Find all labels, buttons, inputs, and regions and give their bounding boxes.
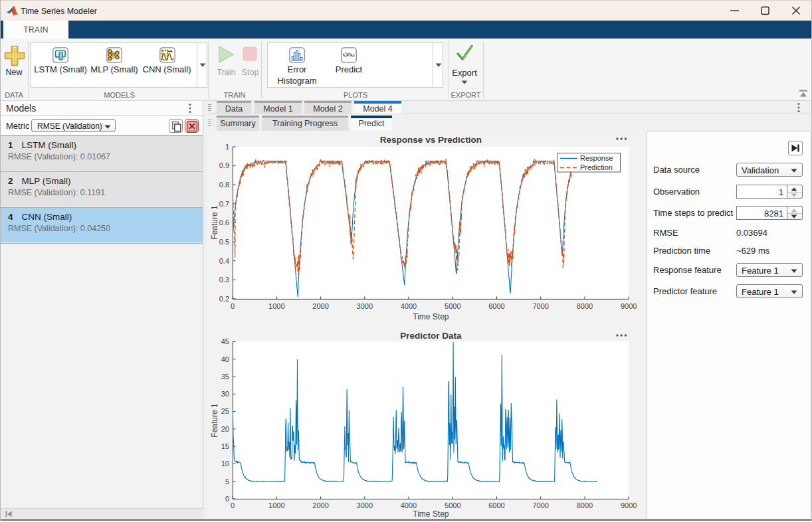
svg-text:4000: 4000 xyxy=(401,302,417,310)
svg-text:2000: 2000 xyxy=(312,501,328,509)
svg-text:3000: 3000 xyxy=(357,302,373,310)
svg-text:8000: 8000 xyxy=(577,501,593,509)
svg-text:0.9: 0.9 xyxy=(219,161,229,169)
svg-text:5: 5 xyxy=(225,478,229,485)
svg-text:7000: 7000 xyxy=(532,302,548,310)
svg-text:5000: 5000 xyxy=(445,302,460,310)
svg-text:6000: 6000 xyxy=(488,302,504,310)
svg-text:40: 40 xyxy=(221,355,229,363)
svg-text:0.8: 0.8 xyxy=(219,181,229,189)
svg-text:Feature 1: Feature 1 xyxy=(210,205,219,240)
svg-text:Response vs Prediction: Response vs Prediction xyxy=(380,135,482,145)
svg-text:Response: Response xyxy=(580,154,613,162)
svg-text:0.4: 0.4 xyxy=(219,257,229,265)
svg-text:35: 35 xyxy=(221,373,229,381)
svg-text:9000: 9000 xyxy=(621,501,637,509)
svg-text:20: 20 xyxy=(221,425,229,433)
svg-text:1000: 1000 xyxy=(268,302,284,310)
svg-text:0: 0 xyxy=(231,501,235,509)
svg-text:Time Step: Time Step xyxy=(413,509,449,519)
svg-text:0.2: 0.2 xyxy=(219,295,229,303)
svg-text:30: 30 xyxy=(221,390,229,398)
svg-text:0.5: 0.5 xyxy=(219,238,229,246)
svg-text:0.7: 0.7 xyxy=(219,200,229,208)
svg-text:45: 45 xyxy=(221,337,229,345)
svg-text:Feature 1: Feature 1 xyxy=(210,403,219,438)
svg-text:0.6: 0.6 xyxy=(219,218,229,226)
svg-text:Predictor Data: Predictor Data xyxy=(400,331,462,341)
svg-text:Prediction: Prediction xyxy=(580,163,613,171)
svg-text:25: 25 xyxy=(221,407,229,415)
svg-text:2000: 2000 xyxy=(312,302,328,310)
svg-text:6000: 6000 xyxy=(488,501,504,509)
svg-text:10: 10 xyxy=(221,460,229,468)
svg-text:1000: 1000 xyxy=(268,501,284,509)
svg-text:15: 15 xyxy=(221,442,229,450)
svg-text:5000: 5000 xyxy=(445,501,460,509)
svg-text:3000: 3000 xyxy=(357,501,373,509)
svg-text:0: 0 xyxy=(231,302,235,310)
svg-text:7000: 7000 xyxy=(532,501,548,509)
svg-text:9000: 9000 xyxy=(621,302,637,310)
svg-text:0.3: 0.3 xyxy=(219,276,229,284)
svg-text:Time Step: Time Step xyxy=(413,312,449,321)
svg-text:4000: 4000 xyxy=(401,501,417,509)
svg-text:8000: 8000 xyxy=(577,302,593,310)
svg-text:0: 0 xyxy=(225,495,229,503)
svg-text:1: 1 xyxy=(225,143,229,151)
